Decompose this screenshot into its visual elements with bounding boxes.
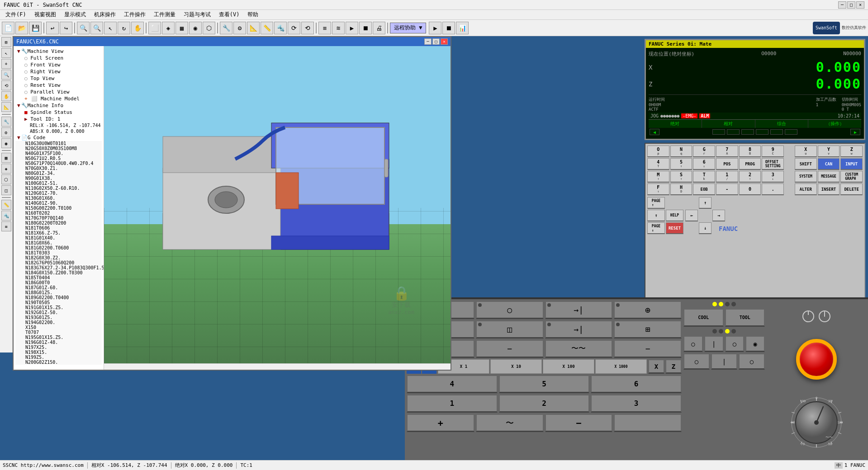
cnc-key-4[interactable]: 4: [407, 375, 498, 393]
mult-x10[interactable]: X 10: [490, 359, 542, 374]
key-0[interactable]: 0: [739, 183, 761, 195]
lp-btn12[interactable]: ◈: [1, 164, 11, 174]
axis-btn-z[interactable]: Z: [665, 359, 682, 374]
lp-btn13[interactable]: ⬡: [1, 174, 11, 184]
key-down[interactable]: ↓: [699, 222, 711, 234]
btn-tool[interactable]: TOOL: [725, 309, 765, 327]
lp-btn3[interactable]: +: [1, 59, 11, 69]
cnc-btn-spindle3[interactable]: −: [614, 340, 682, 358]
nav-btn6[interactable]: [785, 129, 797, 135]
menu-view[interactable]: 视窗视图: [31, 10, 60, 19]
tree-machine-model[interactable]: + ⬜ Machine Model: [15, 95, 102, 102]
soft-key-rel[interactable]: 相对: [702, 120, 755, 128]
key-up2[interactable]: ↑: [699, 197, 711, 209]
tree-right-view[interactable]: ○ Right View: [15, 68, 102, 75]
key-insert[interactable]: INSERT: [818, 183, 840, 195]
key-pos[interactable]: POS: [716, 158, 738, 170]
key-prog[interactable]: PROG: [739, 158, 761, 170]
key-left[interactable]: ←: [685, 210, 698, 221]
tb-btn13[interactable]: ≡: [318, 22, 331, 34]
key-can[interactable]: CAN: [818, 158, 840, 170]
key-nq[interactable]: Nq: [670, 146, 693, 157]
key-8b[interactable]: 8B: [739, 146, 761, 157]
tb-btn4[interactable]: ◉: [189, 22, 202, 34]
key-help[interactable]: HELP: [666, 210, 683, 221]
nav-btn3[interactable]: [741, 129, 754, 135]
key-eob[interactable]: EOB: [693, 183, 715, 195]
lp-btn2[interactable]: ↖: [1, 48, 11, 58]
key-message[interactable]: MESSAGE: [818, 171, 840, 183]
tb-btn11[interactable]: ⟳: [288, 22, 300, 34]
tb-run3[interactable]: 📊: [456, 22, 469, 34]
key-6dn[interactable]: 6↓: [693, 158, 715, 170]
key-delete[interactable]: DELETE: [840, 183, 863, 195]
cnc-key-6[interactable]: 6: [591, 375, 682, 393]
mult-x100[interactable]: X 100: [543, 359, 594, 374]
maximize-button[interactable]: □: [847, 1, 855, 9]
lp-btn8[interactable]: 🔧: [1, 117, 11, 127]
lp-btn6[interactable]: ✋: [1, 91, 11, 101]
cnc-btn-rpm[interactable]: ⊞: [614, 320, 682, 338]
menu-exam[interactable]: 习题与考试: [180, 10, 214, 19]
lp-btn4[interactable]: 🔍: [1, 70, 11, 80]
key-s[interactable]: S↑: [670, 171, 693, 183]
tb-zoom-out[interactable]: 🔍: [90, 22, 103, 34]
lp-btn10[interactable]: ◉: [1, 138, 11, 148]
close-button[interactable]: ×: [856, 1, 864, 9]
key-4t[interactable]: 4T: [647, 158, 669, 170]
tb-btn8[interactable]: 📐: [247, 22, 260, 34]
tb-btn14[interactable]: ≋: [332, 22, 345, 34]
lp-btn15[interactable]: 📏: [1, 200, 11, 210]
cnc-mode-btn4[interactable]: ◉: [745, 336, 765, 352]
lp-btn9[interactable]: ⚙: [1, 127, 11, 137]
tb-zoom-in[interactable]: 🔍: [77, 22, 90, 34]
cnc-btn-mem[interactable]: ○: [476, 301, 544, 319]
cnc-btn-minus[interactable]: −: [545, 414, 613, 432]
key-m[interactable]: M↑: [647, 171, 669, 183]
cnc-mode-btn1[interactable]: ○: [683, 336, 703, 352]
tree-full-screen[interactable]: ○ Full Screen: [15, 55, 102, 61]
tb-btn7[interactable]: ⚙: [233, 22, 246, 34]
nav-left[interactable]: ◀: [650, 129, 659, 135]
key-9c[interactable]: 9C: [762, 146, 784, 157]
tb-run1[interactable]: ▶: [429, 22, 441, 34]
tb-save[interactable]: 💾: [29, 22, 42, 34]
key-page-up[interactable]: PAGE↑: [647, 197, 665, 209]
tree-g-code[interactable]: ▼ 📄 G Code: [15, 134, 102, 141]
mult-x1000[interactable]: X 1000: [595, 359, 647, 374]
menu-help[interactable]: 帮助: [244, 10, 262, 19]
key-shift[interactable]: SHIFT: [795, 158, 817, 170]
cnc-btn-wave[interactable]: 〜: [476, 414, 544, 432]
tb-select[interactable]: ↖: [104, 22, 117, 34]
lp-btn11[interactable]: ▦: [1, 153, 11, 163]
nav-btn2[interactable]: [727, 129, 740, 135]
cnc-mode-btn3[interactable]: ○: [725, 336, 745, 352]
fw-close[interactable]: ×: [441, 38, 448, 45]
key-1[interactable]: 1/: [716, 171, 738, 183]
key-dot[interactable]: .: [762, 183, 784, 195]
tb-remote-button[interactable]: 远程协助 ▼: [390, 23, 426, 33]
btn-cool[interactable]: COOL: [683, 309, 724, 327]
fw-maximize[interactable]: □: [432, 38, 440, 45]
tb-btn2[interactable]: ◈: [162, 22, 175, 34]
tb-open[interactable]: 📂: [15, 22, 28, 34]
menu-file[interactable]: 文件(F): [2, 10, 30, 19]
key-tk[interactable]: Tk: [693, 171, 715, 183]
key-reset[interactable]: RESET: [666, 222, 683, 234]
key-minus[interactable]: -: [716, 183, 738, 195]
tree-parallel-view[interactable]: ○ Parallel View: [15, 89, 102, 95]
soft-key-op[interactable]: （操作）: [808, 120, 861, 128]
axis-btn-x[interactable]: X: [648, 359, 664, 374]
lp-btn1[interactable]: ⊞: [1, 37, 11, 47]
tb-btn12[interactable]: ⟲: [301, 22, 314, 34]
key-gr[interactable]: Gr: [693, 146, 715, 157]
key-f[interactable]: F↑: [647, 183, 669, 195]
nav-right[interactable]: ▶: [850, 129, 860, 135]
key-5up[interactable]: 5↑: [670, 158, 693, 170]
cnc-btn-circle1[interactable]: ○: [683, 353, 710, 370]
key-7a[interactable]: 7A: [716, 146, 738, 157]
tree-tool-id[interactable]: ▶ Tool ID: 1: [15, 116, 102, 122]
tb-btn3[interactable]: ▦: [175, 22, 188, 34]
cnc-key-2[interactable]: 2: [499, 395, 590, 413]
key-2[interactable]: 2↑: [739, 171, 761, 183]
